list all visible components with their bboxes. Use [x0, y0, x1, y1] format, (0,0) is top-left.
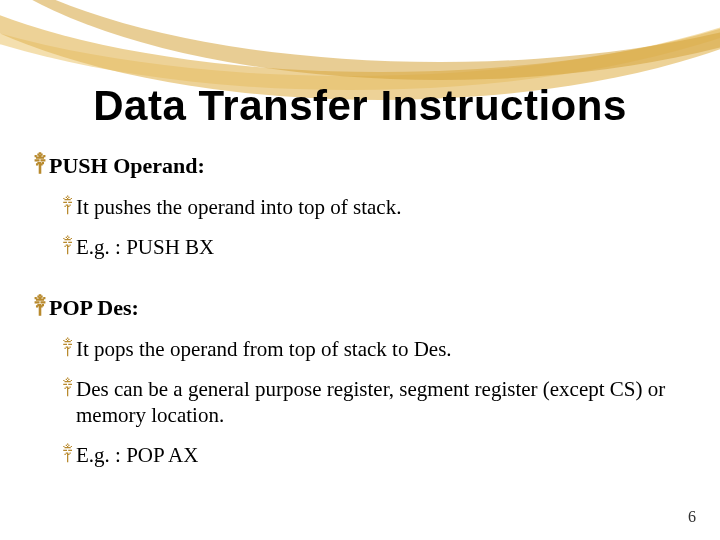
bullet-icon: ༒: [34, 294, 45, 320]
bullet-level1: ༒ POP Des:: [28, 294, 692, 322]
bullet-level2: ༒ It pops the operand from top of stack …: [28, 336, 692, 362]
bullet-level2: ༒ It pushes the operand into top of stac…: [28, 194, 692, 220]
bullet-level1: ༒ PUSH Operand:: [28, 152, 692, 180]
bullet-level2: ༒ E.g. : POP AX: [28, 442, 692, 468]
bullet-icon: ༒: [62, 234, 72, 258]
bullet-icon: ༒: [34, 152, 45, 178]
bullet-text: E.g. : POP AX: [76, 442, 198, 468]
bullet-text: POP Des:: [49, 294, 139, 322]
bullet-text: PUSH Operand:: [49, 152, 205, 180]
bullet-icon: ༒: [62, 442, 72, 466]
bullet-text: Des can be a general purpose register, s…: [76, 376, 692, 429]
bullet-level2: ༒ Des can be a general purpose register,…: [28, 376, 692, 429]
bullet-text: E.g. : PUSH BX: [76, 234, 214, 260]
bullet-text: It pushes the operand into top of stack.: [76, 194, 401, 220]
slide-content: Data Transfer Instructions ༒ PUSH Operan…: [0, 82, 720, 469]
page-number: 6: [688, 508, 696, 526]
bullet-icon: ༒: [62, 336, 72, 360]
bullet-text: It pops the operand from top of stack to…: [76, 336, 452, 362]
bullet-icon: ༒: [62, 194, 72, 218]
bullet-icon: ༒: [62, 376, 72, 400]
bullet-level2: ༒ E.g. : PUSH BX: [28, 234, 692, 260]
slide-title: Data Transfer Instructions: [28, 82, 692, 130]
